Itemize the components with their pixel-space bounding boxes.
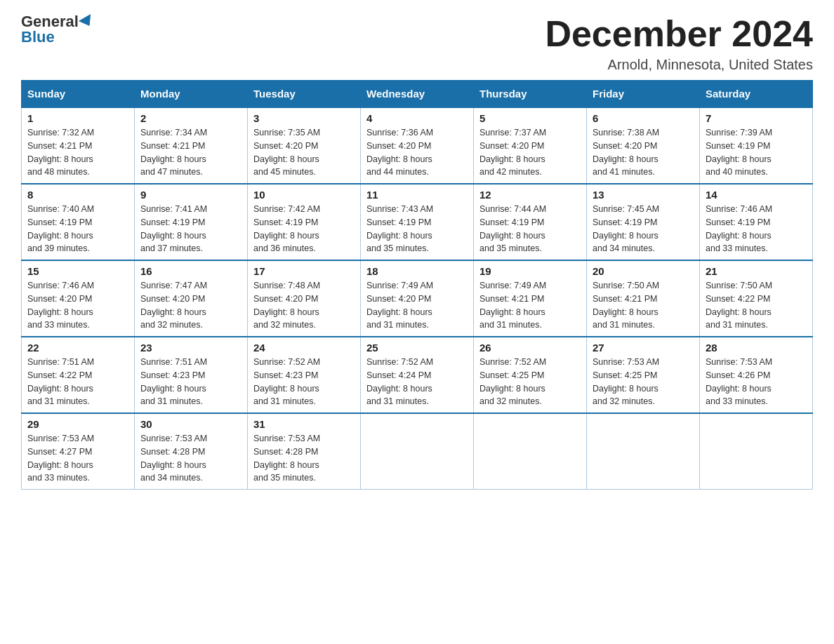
day-number: 6 bbox=[593, 112, 694, 124]
calendar-day-cell: 19 Sunrise: 7:49 AM Sunset: 4:21 PM Dayl… bbox=[474, 260, 587, 337]
day-info: Sunrise: 7:53 AM Sunset: 4:26 PM Dayligh… bbox=[706, 356, 807, 408]
day-info: Sunrise: 7:44 AM Sunset: 4:19 PM Dayligh… bbox=[479, 203, 581, 255]
day-number: 4 bbox=[366, 112, 468, 124]
day-number: 10 bbox=[253, 189, 355, 201]
calendar-day-cell: 3 Sunrise: 7:35 AM Sunset: 4:20 PM Dayli… bbox=[248, 107, 361, 184]
calendar-week-row: 22 Sunrise: 7:51 AM Sunset: 4:22 PM Dayl… bbox=[22, 337, 813, 413]
day-of-week-header: Thursday bbox=[474, 81, 587, 108]
day-number: 3 bbox=[253, 112, 355, 124]
calendar-day-cell: 30 Sunrise: 7:53 AM Sunset: 4:28 PM Dayl… bbox=[135, 413, 248, 490]
calendar-day-cell bbox=[700, 413, 813, 490]
day-number: 14 bbox=[706, 189, 807, 201]
logo-general-text: General bbox=[21, 14, 79, 29]
day-info: Sunrise: 7:52 AM Sunset: 4:25 PM Dayligh… bbox=[479, 356, 581, 408]
calendar-day-cell: 26 Sunrise: 7:52 AM Sunset: 4:25 PM Dayl… bbox=[474, 337, 587, 413]
calendar-day-cell: 2 Sunrise: 7:34 AM Sunset: 4:21 PM Dayli… bbox=[135, 107, 248, 184]
day-number: 11 bbox=[366, 189, 468, 201]
month-title: December 2024 bbox=[545, 14, 813, 54]
calendar-day-cell bbox=[474, 413, 587, 490]
day-number: 12 bbox=[479, 189, 581, 201]
day-number: 29 bbox=[27, 418, 128, 430]
calendar-day-cell: 31 Sunrise: 7:53 AM Sunset: 4:28 PM Dayl… bbox=[248, 413, 361, 490]
calendar-week-row: 8 Sunrise: 7:40 AM Sunset: 4:19 PM Dayli… bbox=[22, 184, 813, 260]
day-info: Sunrise: 7:51 AM Sunset: 4:22 PM Dayligh… bbox=[27, 356, 128, 408]
day-info: Sunrise: 7:36 AM Sunset: 4:20 PM Dayligh… bbox=[366, 126, 468, 179]
day-number: 26 bbox=[479, 342, 581, 354]
day-number: 8 bbox=[27, 189, 128, 201]
day-info: Sunrise: 7:37 AM Sunset: 4:20 PM Dayligh… bbox=[479, 126, 581, 179]
day-info: Sunrise: 7:48 AM Sunset: 4:20 PM Dayligh… bbox=[253, 279, 355, 332]
day-of-week-header: Sunday bbox=[22, 81, 135, 108]
calendar-day-cell: 20 Sunrise: 7:50 AM Sunset: 4:21 PM Dayl… bbox=[587, 260, 700, 337]
day-number: 16 bbox=[140, 265, 241, 277]
day-of-week-header: Wednesday bbox=[361, 81, 474, 108]
day-of-week-header: Saturday bbox=[700, 81, 813, 108]
day-info: Sunrise: 7:39 AM Sunset: 4:19 PM Dayligh… bbox=[706, 126, 807, 179]
day-info: Sunrise: 7:41 AM Sunset: 4:19 PM Dayligh… bbox=[140, 203, 241, 255]
day-info: Sunrise: 7:52 AM Sunset: 4:24 PM Dayligh… bbox=[366, 356, 468, 408]
calendar-day-cell bbox=[361, 413, 474, 490]
calendar-week-row: 15 Sunrise: 7:46 AM Sunset: 4:20 PM Dayl… bbox=[22, 260, 813, 337]
day-info: Sunrise: 7:50 AM Sunset: 4:22 PM Dayligh… bbox=[706, 279, 807, 332]
day-info: Sunrise: 7:53 AM Sunset: 4:27 PM Dayligh… bbox=[27, 432, 128, 485]
calendar-day-cell: 5 Sunrise: 7:37 AM Sunset: 4:20 PM Dayli… bbox=[474, 107, 587, 184]
calendar-week-row: 29 Sunrise: 7:53 AM Sunset: 4:27 PM Dayl… bbox=[22, 413, 813, 490]
day-info: Sunrise: 7:43 AM Sunset: 4:19 PM Dayligh… bbox=[366, 203, 468, 255]
day-info: Sunrise: 7:35 AM Sunset: 4:20 PM Dayligh… bbox=[253, 126, 355, 179]
day-info: Sunrise: 7:51 AM Sunset: 4:23 PM Dayligh… bbox=[140, 356, 241, 408]
day-info: Sunrise: 7:53 AM Sunset: 4:28 PM Dayligh… bbox=[140, 432, 241, 485]
day-number: 25 bbox=[366, 342, 468, 354]
calendar-day-cell: 24 Sunrise: 7:52 AM Sunset: 4:23 PM Dayl… bbox=[248, 337, 361, 413]
day-number: 13 bbox=[593, 189, 694, 201]
day-number: 22 bbox=[27, 342, 128, 354]
day-number: 9 bbox=[140, 189, 241, 201]
calendar-day-cell: 10 Sunrise: 7:42 AM Sunset: 4:19 PM Dayl… bbox=[248, 184, 361, 260]
calendar-day-cell: 23 Sunrise: 7:51 AM Sunset: 4:23 PM Dayl… bbox=[135, 337, 248, 413]
calendar-day-cell: 28 Sunrise: 7:53 AM Sunset: 4:26 PM Dayl… bbox=[700, 337, 813, 413]
day-number: 28 bbox=[706, 342, 807, 354]
day-info: Sunrise: 7:40 AM Sunset: 4:19 PM Dayligh… bbox=[27, 203, 128, 255]
calendar-day-cell: 29 Sunrise: 7:53 AM Sunset: 4:27 PM Dayl… bbox=[22, 413, 135, 490]
calendar-day-cell: 8 Sunrise: 7:40 AM Sunset: 4:19 PM Dayli… bbox=[22, 184, 135, 260]
calendar-day-cell: 18 Sunrise: 7:49 AM Sunset: 4:20 PM Dayl… bbox=[361, 260, 474, 337]
day-number: 1 bbox=[27, 112, 128, 124]
logo-blue-text: Blue bbox=[21, 29, 55, 45]
day-info: Sunrise: 7:53 AM Sunset: 4:25 PM Dayligh… bbox=[593, 356, 694, 408]
day-of-week-header: Friday bbox=[587, 81, 700, 108]
day-of-week-header: Tuesday bbox=[248, 81, 361, 108]
day-number: 27 bbox=[593, 342, 694, 354]
day-info: Sunrise: 7:47 AM Sunset: 4:20 PM Dayligh… bbox=[140, 279, 241, 332]
day-number: 5 bbox=[479, 112, 581, 124]
day-info: Sunrise: 7:45 AM Sunset: 4:19 PM Dayligh… bbox=[593, 203, 694, 255]
calendar-header-row: SundayMondayTuesdayWednesdayThursdayFrid… bbox=[22, 81, 813, 108]
day-number: 20 bbox=[593, 265, 694, 277]
calendar-week-row: 1 Sunrise: 7:32 AM Sunset: 4:21 PM Dayli… bbox=[22, 107, 813, 184]
day-number: 2 bbox=[140, 112, 241, 124]
day-info: Sunrise: 7:46 AM Sunset: 4:19 PM Dayligh… bbox=[706, 203, 807, 255]
calendar-day-cell: 12 Sunrise: 7:44 AM Sunset: 4:19 PM Dayl… bbox=[474, 184, 587, 260]
day-number: 7 bbox=[706, 112, 807, 124]
calendar-day-cell: 27 Sunrise: 7:53 AM Sunset: 4:25 PM Dayl… bbox=[587, 337, 700, 413]
day-number: 30 bbox=[140, 418, 241, 430]
calendar-day-cell: 17 Sunrise: 7:48 AM Sunset: 4:20 PM Dayl… bbox=[248, 260, 361, 337]
title-section: December 2024 Arnold, Minnesota, United … bbox=[545, 14, 813, 73]
calendar-day-cell: 25 Sunrise: 7:52 AM Sunset: 4:24 PM Dayl… bbox=[361, 337, 474, 413]
logo: General Blue bbox=[21, 14, 94, 45]
day-of-week-header: Monday bbox=[135, 81, 248, 108]
day-number: 18 bbox=[366, 265, 468, 277]
day-info: Sunrise: 7:46 AM Sunset: 4:20 PM Dayligh… bbox=[27, 279, 128, 332]
location-text: Arnold, Minnesota, United States bbox=[545, 57, 813, 73]
day-info: Sunrise: 7:49 AM Sunset: 4:21 PM Dayligh… bbox=[479, 279, 581, 332]
day-info: Sunrise: 7:49 AM Sunset: 4:20 PM Dayligh… bbox=[366, 279, 468, 332]
calendar-day-cell: 6 Sunrise: 7:38 AM Sunset: 4:20 PM Dayli… bbox=[587, 107, 700, 184]
calendar-day-cell: 21 Sunrise: 7:50 AM Sunset: 4:22 PM Dayl… bbox=[700, 260, 813, 337]
calendar-day-cell: 16 Sunrise: 7:47 AM Sunset: 4:20 PM Dayl… bbox=[135, 260, 248, 337]
calendar-day-cell: 11 Sunrise: 7:43 AM Sunset: 4:19 PM Dayl… bbox=[361, 184, 474, 260]
calendar-table: SundayMondayTuesdayWednesdayThursdayFrid… bbox=[21, 80, 813, 490]
day-info: Sunrise: 7:38 AM Sunset: 4:20 PM Dayligh… bbox=[593, 126, 694, 179]
day-info: Sunrise: 7:50 AM Sunset: 4:21 PM Dayligh… bbox=[593, 279, 694, 332]
calendar-day-cell: 4 Sunrise: 7:36 AM Sunset: 4:20 PM Dayli… bbox=[361, 107, 474, 184]
day-number: 23 bbox=[140, 342, 241, 354]
day-number: 21 bbox=[706, 265, 807, 277]
calendar-day-cell: 14 Sunrise: 7:46 AM Sunset: 4:19 PM Dayl… bbox=[700, 184, 813, 260]
